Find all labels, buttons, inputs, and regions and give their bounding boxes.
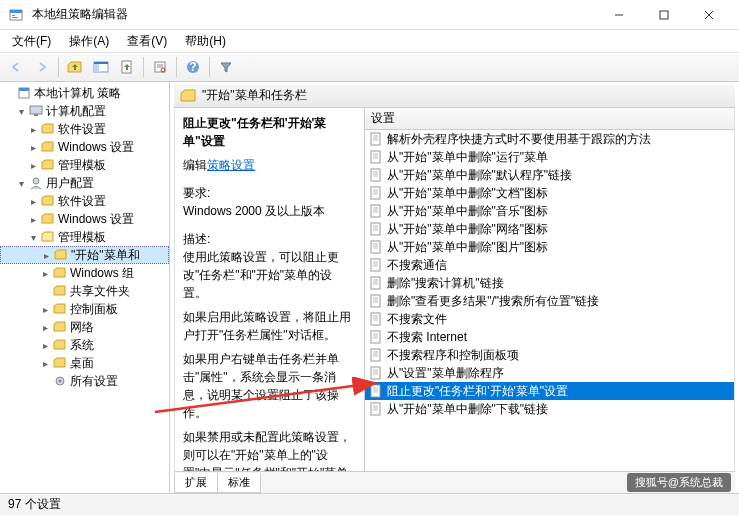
policy-item-icon	[369, 312, 383, 326]
tree-user-config[interactable]: ▾用户配置	[0, 174, 169, 192]
description-p4: 如果禁用或未配置此策略设置，则可以在"开始"菜单上的"设置"中显示"任务栏"和"…	[183, 428, 356, 471]
svg-rect-29	[371, 151, 380, 163]
tree-comp-soft[interactable]: ▸软件设置	[0, 120, 169, 138]
tree-all-settings[interactable]: 所有设置	[0, 372, 169, 390]
list-item-label: 不搜索文件	[387, 311, 447, 328]
description-pane: 阻止更改"任务栏和'开始'菜单"设置 编辑策略设置 要求: Windows 20…	[175, 108, 365, 471]
description-p2: 如果启用此策略设置，将阻止用户打开"任务栏属性"对话框。	[183, 308, 356, 344]
policy-item-icon	[369, 348, 383, 362]
svg-rect-10	[94, 62, 108, 64]
svg-rect-73	[371, 349, 380, 361]
tree-start-menu[interactable]: ▸"开始"菜单和	[0, 246, 169, 264]
tree-ctrl-panel[interactable]: ▸控制面板	[0, 300, 169, 318]
policy-item-icon	[369, 186, 383, 200]
list-item[interactable]: 从"开始"菜单中删除"下载"链接	[365, 400, 734, 418]
tree-network[interactable]: ▸网络	[0, 318, 169, 336]
tree-computer-config[interactable]: ▾计算机配置	[0, 102, 169, 120]
list-item[interactable]: 从"设置"菜单删除程序	[365, 364, 734, 382]
tab-standard[interactable]: 标准	[217, 473, 261, 493]
tree-shared[interactable]: 共享文件夹	[0, 282, 169, 300]
folder-icon	[53, 248, 69, 262]
list-item[interactable]: 从"开始"菜单中删除"默认程序"链接	[365, 166, 734, 184]
list-item[interactable]: 不搜索通信	[365, 256, 734, 274]
tree-user-admin[interactable]: ▾管理模板	[0, 228, 169, 246]
list-item-label: 从"开始"菜单中删除"运行"菜单	[387, 149, 548, 166]
folder-icon	[52, 302, 68, 316]
folder-icon	[180, 89, 196, 103]
svg-rect-45	[371, 223, 380, 235]
export-button[interactable]	[115, 55, 139, 79]
requirement-label: 要求:	[183, 184, 356, 202]
back-button	[4, 55, 28, 79]
folder-icon	[52, 356, 68, 370]
settings-list[interactable]: 设置 解析外壳程序快捷方式时不要使用基于跟踪的方法从"开始"菜单中删除"运行"菜…	[365, 108, 734, 471]
tab-extended[interactable]: 扩展	[174, 473, 218, 493]
list-item-label: 删除"搜索计算机"链接	[387, 275, 504, 292]
menu-help[interactable]: 帮助(H)	[177, 31, 234, 52]
list-item[interactable]: 从"开始"菜单中删除"音乐"图标	[365, 202, 734, 220]
description-label: 描述:	[183, 230, 356, 248]
tree-user-soft[interactable]: ▸软件设置	[0, 192, 169, 210]
edit-policy-link[interactable]: 策略设置	[207, 158, 255, 172]
tree-win-comp[interactable]: ▸Windows 组	[0, 264, 169, 282]
policy-item-icon	[369, 132, 383, 146]
policy-item-icon	[369, 150, 383, 164]
list-item[interactable]: 不搜索 Internet	[365, 328, 734, 346]
requirement-text: Windows 2000 及以上版本	[183, 202, 356, 220]
svg-rect-25	[371, 133, 380, 145]
svg-rect-2	[12, 15, 15, 16]
nav-tree[interactable]: 本地计算机 策略 ▾计算机配置 ▸软件设置 ▸Windows 设置 ▸管理模板 …	[0, 82, 170, 493]
status-bar: 97 个设置	[0, 493, 739, 515]
status-count: 97 个设置	[8, 496, 61, 513]
svg-rect-61	[371, 295, 380, 307]
folder-icon	[40, 140, 56, 154]
list-item-label: 阻止更改"任务栏和'开始'菜单"设置	[387, 383, 568, 400]
list-item[interactable]: 从"开始"菜单中删除"图片"图标	[365, 238, 734, 256]
list-item-label: 从"开始"菜单中删除"网络"图标	[387, 221, 548, 238]
list-item-label: 删除"查看更多结果"/"搜索所有位置"链接	[387, 293, 599, 310]
list-item[interactable]: 解析外壳程序快捷方式时不要使用基于跟踪的方法	[365, 130, 734, 148]
list-item-label: 从"开始"菜单中删除"图片"图标	[387, 239, 548, 256]
list-item[interactable]: 不搜索程序和控制面板项	[365, 346, 734, 364]
title-bar: 本地组策略编辑器	[0, 0, 739, 30]
policy-item-icon	[369, 330, 383, 344]
show-hide-tree-button[interactable]	[89, 55, 113, 79]
menu-bar: 文件(F) 操作(A) 查看(V) 帮助(H)	[0, 30, 739, 52]
policy-item-icon	[369, 384, 383, 398]
maximize-button[interactable]	[641, 1, 686, 29]
policy-item-icon	[369, 222, 383, 236]
close-button[interactable]	[686, 1, 731, 29]
tree-system[interactable]: ▸系统	[0, 336, 169, 354]
tree-comp-win[interactable]: ▸Windows 设置	[0, 138, 169, 156]
help-button[interactable]: ?	[181, 55, 205, 79]
list-item[interactable]: 不搜索文件	[365, 310, 734, 328]
tree-user-win[interactable]: ▸Windows 设置	[0, 210, 169, 228]
filter-button[interactable]	[214, 55, 238, 79]
list-item-label: 不搜索程序和控制面板项	[387, 347, 519, 364]
list-item[interactable]: 从"开始"菜单中删除"运行"菜单	[365, 148, 734, 166]
list-item[interactable]: 阻止更改"任务栏和'开始'菜单"设置	[365, 382, 734, 400]
svg-rect-5	[660, 11, 668, 19]
content-header: "开始"菜单和任务栏	[174, 84, 735, 108]
svg-rect-41	[371, 205, 380, 217]
tree-desktop[interactable]: ▸桌面	[0, 354, 169, 372]
tree-comp-admin[interactable]: ▸管理模板	[0, 156, 169, 174]
tree-root[interactable]: 本地计算机 策略	[0, 84, 169, 102]
list-item[interactable]: 删除"查看更多结果"/"搜索所有位置"链接	[365, 292, 734, 310]
column-header[interactable]: 设置	[365, 108, 734, 130]
svg-rect-65	[371, 313, 380, 325]
content-title: "开始"菜单和任务栏	[202, 87, 307, 104]
properties-button[interactable]	[148, 55, 172, 79]
policy-item-icon	[369, 204, 383, 218]
menu-action[interactable]: 操作(A)	[61, 31, 117, 52]
menu-file[interactable]: 文件(F)	[4, 31, 59, 52]
list-item[interactable]: 从"开始"菜单中删除"文档"图标	[365, 184, 734, 202]
computer-icon	[28, 104, 44, 118]
list-item[interactable]: 删除"搜索计算机"链接	[365, 274, 734, 292]
up-button[interactable]	[63, 55, 87, 79]
list-item[interactable]: 从"开始"菜单中删除"网络"图标	[365, 220, 734, 238]
minimize-button[interactable]	[596, 1, 641, 29]
app-icon	[8, 7, 24, 23]
svg-rect-3	[12, 17, 18, 18]
menu-view[interactable]: 查看(V)	[119, 31, 175, 52]
